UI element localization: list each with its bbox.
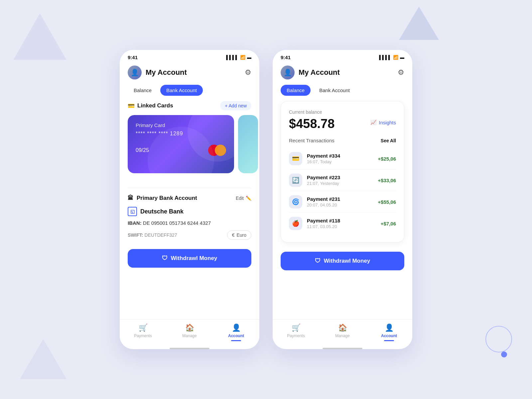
nav-manage-2[interactable]: 🏠 Manage (319, 324, 366, 341)
balance-section: Current balance $458.78 📈 Insights Recen… (273, 101, 412, 249)
bank-section: 🏛 Primary Bank Account Edit ✏️ ◱ Deutsch… (120, 195, 259, 246)
transaction-item-4[interactable]: 🍎 Payment #118 11:07, 03.05.20 +$7,06 (289, 213, 396, 234)
divider-1 (128, 188, 251, 188)
dot-1 (183, 180, 186, 183)
tx-name-1: Payment #334 (307, 153, 373, 159)
status-icons-2: ▌▌▌▌ 📶 ▬ (379, 55, 404, 60)
iban-label: IBAN: (128, 220, 142, 226)
card-label: Primary Card (136, 122, 226, 128)
header-left-2: 👤 My Account (281, 66, 340, 79)
tab-bank-account-1[interactable]: Bank Account (160, 85, 203, 96)
avatar-img-2: 👤 (281, 66, 295, 79)
balance-amount: $458.78 (289, 117, 334, 131)
tx-amount-2: +$33,06 (378, 178, 396, 183)
bottom-nav-1: 🛒 Payments 🏠 Manage 👤 Account (120, 319, 259, 346)
bottom-nav-2: 🛒 Payments 🏠 Manage 👤 Account (273, 319, 412, 346)
dot-3 (194, 180, 196, 183)
edit-label: Edit (236, 196, 244, 201)
dot-2 (188, 180, 191, 183)
primary-card: Primary Card **** **** **** 1289 09/25 (128, 115, 234, 173)
swift-value: DEUTDEFF327 (145, 232, 177, 238)
withdraw-button-2[interactable]: 🛡 Withdrawl Money (281, 252, 404, 270)
tx-icon-3: 🌀 (289, 195, 302, 208)
nav-account-1[interactable]: 👤 Account (213, 324, 259, 341)
bank-section-header: 🏛 Primary Bank Account Edit ✏️ (128, 195, 251, 201)
card-expiry: 09/25 (136, 147, 149, 153)
bank-section-label: Primary Bank Account (137, 195, 197, 201)
see-all-button[interactable]: See All (381, 138, 396, 143)
edit-button[interactable]: Edit ✏️ (236, 196, 251, 201)
status-time-1: 9:41 (128, 55, 138, 60)
tabs-2: Balance Bank Account (273, 85, 412, 101)
transaction-item-1[interactable]: 💳 Payment #334 16:07, Today +$25,06 (289, 148, 396, 170)
nav-manage-1[interactable]: 🏠 Manage (166, 324, 213, 341)
add-new-button[interactable]: + Add new (220, 101, 251, 110)
manage-icon-2: 🏠 (338, 324, 347, 332)
tx-name-3: Payment #231 (307, 196, 373, 202)
bank-footer: SWIFT: DEUTDEFF327 € Euro (128, 230, 251, 240)
transaction-item-2[interactable]: 🔄 Payment #223 21:07, Yesterday +$33,06 (289, 170, 396, 191)
manage-label-1: Manage (182, 333, 197, 338)
account-icon-1: 👤 (232, 324, 241, 332)
linked-cards-label: Linked Cards (137, 102, 173, 109)
bank-info: ◱ Deutsche Bank IBAN: DE 095001 051734 6… (128, 207, 251, 226)
tx-amount-1: +$25,06 (378, 156, 396, 162)
transaction-item-3[interactable]: 🌀 Payment #231 20:07, 04.05.20 +$55,06 (289, 191, 396, 213)
bank-name: ◱ Deutsche Bank (128, 207, 251, 216)
withdraw-button-1[interactable]: 🛡 Withdrawl Money (128, 249, 251, 268)
status-bar-1: 9:41 ▌▌▌▌ 📶 ▬ (120, 50, 259, 63)
withdraw-icon-2: 🛡 (315, 258, 321, 264)
bg-triangle-tl (13, 13, 66, 60)
payments-icon-1: 🛒 (139, 324, 148, 332)
tx-icon-2: 🔄 (289, 174, 302, 187)
header-title-1: My Account (146, 68, 187, 77)
gear-icon-2[interactable]: ⚙ (398, 68, 404, 77)
transactions-header: Recent Transactions See All (289, 138, 396, 143)
payments-label-1: Payments (134, 333, 152, 338)
tx-icon-1: 💳 (289, 152, 302, 165)
tab-balance-1[interactable]: Balance (128, 85, 158, 96)
battery-icon-2: ▬ (400, 55, 404, 60)
status-bar-2: 9:41 ▌▌▌▌ 📶 ▬ (273, 50, 412, 63)
bank-section-title: 🏛 Primary Bank Account (128, 195, 197, 201)
mastercard-yellow-circle (215, 145, 226, 156)
gear-icon-1[interactable]: ⚙ (245, 68, 251, 77)
tab-balance-2[interactable]: Balance (281, 85, 311, 96)
tabs-1: Balance Bank Account (120, 85, 259, 101)
nav-account-2[interactable]: 👤 Account (366, 324, 412, 341)
withdraw-label-1: Withdrawl Money (171, 255, 217, 262)
card-section-icon: 💳 (128, 102, 135, 109)
bank-name-label: Deutsche Bank (140, 208, 184, 215)
tx-time-1: 16:07, Today (307, 159, 373, 164)
edit-icon: ✏️ (246, 196, 251, 201)
balance-row: $458.78 📈 Insights (289, 117, 396, 131)
tab-bank-account-2[interactable]: Bank Account (313, 85, 356, 96)
balance-label: Current balance (289, 109, 396, 115)
euro-icon: € (232, 232, 235, 238)
deutsche-bank-icon: ◱ (128, 207, 137, 216)
nav-payments-1[interactable]: 🛒 Payments (120, 324, 166, 341)
nav-payments-2[interactable]: 🛒 Payments (273, 324, 319, 341)
insights-button[interactable]: 📈 Insights (370, 119, 396, 125)
insights-label: Insights (379, 120, 396, 125)
linked-cards-header: 💳 Linked Cards + Add new (120, 101, 259, 115)
insights-icon: 📈 (370, 119, 377, 125)
carousel-dots (120, 180, 259, 188)
deco-circle (485, 326, 512, 352)
bank-icon: 🏛 (128, 195, 133, 201)
account-label-1: Account (228, 333, 244, 338)
card-peek (238, 115, 258, 173)
avatar-img-1: 👤 (128, 66, 142, 79)
transaction-list: 💳 Payment #334 16:07, Today +$25,06 🔄 Pa… (289, 148, 396, 234)
deco-dot (501, 351, 507, 357)
bg-triangle-tr (399, 7, 439, 40)
swift-label: SWIFT: (128, 232, 143, 238)
iban-value: DE 095001 051734 6244 4327 (143, 220, 211, 226)
signal-icon-1: ▌▌▌▌ (226, 55, 238, 60)
app-header-2: 👤 My Account ⚙ (273, 63, 412, 85)
withdraw-label-2: Withdrawl Money (324, 258, 370, 264)
linked-cards-title: 💳 Linked Cards (128, 102, 173, 109)
status-icons-1: ▌▌▌▌ 📶 ▬ (226, 55, 251, 60)
tx-time-3: 20:07, 04.05.20 (307, 202, 373, 207)
app-header-1: 👤 My Account ⚙ (120, 63, 259, 85)
